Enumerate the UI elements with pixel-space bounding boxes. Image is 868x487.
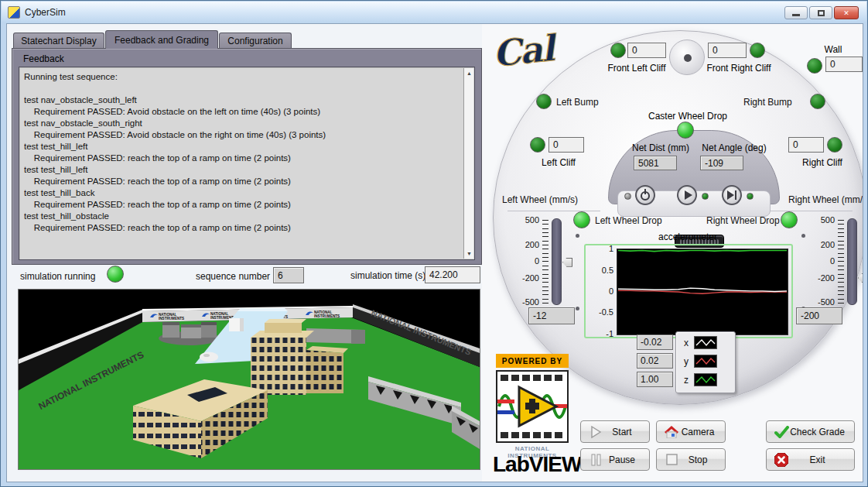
minimize-button[interactable]	[784, 6, 808, 19]
feedback-textbox[interactable]: Running test sequence: test nav_obstacle…	[19, 67, 475, 260]
tick-label: -200	[510, 273, 539, 283]
tab-configuration[interactable]: Configuration	[219, 33, 292, 49]
check-grade-label: Check Grade	[790, 427, 845, 437]
left-slider-track[interactable]	[552, 218, 562, 305]
stop-label: Stop	[680, 454, 716, 465]
tick-label: 500	[510, 215, 539, 225]
legend-y-label: y	[684, 356, 689, 367]
tick-label: 0	[805, 256, 835, 266]
legend-z-label: z	[684, 375, 689, 386]
accelerometer-lines	[617, 249, 788, 334]
stop-icon	[663, 454, 680, 465]
camera-home-icon	[663, 426, 680, 438]
pause-button[interactable]: Pause	[580, 448, 650, 471]
left-wheel-label: Left Wheel (mm/s)	[502, 194, 578, 205]
y-tick: 0.5	[589, 266, 613, 275]
simulation-running-led	[107, 266, 124, 283]
right-wheel-drop-label: Right Wheel Drop	[706, 215, 780, 226]
start-button[interactable]: Start	[580, 420, 650, 443]
minimize-icon	[792, 14, 800, 16]
front-left-cliff-led	[610, 43, 626, 58]
accel-x-value: -0.02	[637, 334, 673, 350]
screw	[576, 307, 579, 310]
front-right-cliff-label: Front Right Cliff	[691, 63, 787, 74]
left-cliff-value: 0	[548, 137, 584, 153]
power-icon-bar	[644, 189, 646, 194]
app-window: CyberSim ✕ Statechart Display Feedback a…	[0, 0, 868, 487]
tick-label: 200	[805, 240, 835, 249]
accelerometer-plot	[617, 249, 788, 335]
start-label: Start	[604, 427, 640, 437]
simulation-3d-view[interactable]: NATIONAL INSTRUMENTS NATIONAL INSTRUMENT…	[18, 289, 480, 470]
close-icon: ✕	[843, 9, 849, 17]
maximize-button[interactable]	[809, 6, 832, 19]
exit-icon	[773, 453, 790, 467]
window-title: CyberSim	[25, 7, 66, 18]
tick-label: 0	[510, 256, 539, 266]
net-dist-label: Net Dist (mm)	[626, 142, 695, 153]
tab-statechart-display[interactable]: Statechart Display	[13, 33, 104, 49]
simulation-time-value: 42.200	[425, 266, 480, 283]
right-slider-track[interactable]	[847, 218, 857, 305]
legend-y-swatch	[694, 355, 717, 368]
advance-icon	[727, 190, 734, 200]
accelerometer-title: accelerometer	[626, 231, 750, 242]
left-bump-label: Left Bump	[556, 97, 599, 108]
play-button[interactable]	[677, 185, 697, 205]
advance-button[interactable]	[722, 185, 742, 205]
tick-label: -500	[510, 297, 539, 307]
right-bump-led	[810, 94, 825, 109]
feedback-scrollbar[interactable]: ▲ ▼	[463, 68, 473, 259]
legend-x-label: x	[684, 338, 689, 348]
left-wheel-drop-led	[573, 211, 590, 228]
robot-panel: Cal 0 Front Left Cliff 0	[482, 24, 863, 482]
left-cliff-label: Left Cliff	[531, 157, 586, 168]
right-wheel-label: Right Wheel (mm/s)	[788, 194, 863, 205]
scroll-down-icon[interactable]: ▼	[464, 249, 474, 259]
screw	[801, 234, 805, 238]
labview-filmstrip-logo	[496, 370, 569, 445]
power-button[interactable]	[635, 185, 655, 205]
tab-label: Feedback and Grading	[114, 35, 209, 46]
accel-y-value: 0.02	[637, 353, 673, 369]
tab-feedback-and-grading[interactable]: Feedback and Grading	[105, 30, 218, 49]
app-icon	[8, 6, 20, 19]
left-bump-led	[536, 94, 552, 109]
pause-label: Pause	[604, 454, 640, 465]
accelerometer-legend: x y z	[675, 331, 736, 393]
camera-label: Camera	[680, 427, 716, 437]
tick-marks	[542, 220, 548, 304]
advance-led	[747, 193, 754, 200]
maximize-icon	[818, 10, 825, 16]
caster-dot	[684, 54, 692, 62]
front-right-cliff-led	[750, 43, 765, 58]
tab-label: Configuration	[227, 36, 282, 46]
net-angle-label: Net Angle (deg)	[695, 142, 773, 153]
pause-icon	[587, 454, 604, 466]
legend-z-swatch	[694, 373, 717, 386]
scroll-up-icon[interactable]: ▲	[464, 68, 474, 78]
right-wheel-drop-led	[781, 211, 798, 228]
3d-scene: NATIONAL INSTRUMENTS NATIONAL INSTRUMENT…	[19, 290, 480, 469]
play-icon	[685, 190, 692, 200]
camera-button[interactable]: Camera	[656, 420, 726, 443]
close-button[interactable]: ✕	[834, 6, 859, 19]
exit-button[interactable]: Exit	[766, 448, 855, 471]
front-right-cliff-value: 0	[708, 43, 747, 58]
cal-logo: Cal	[490, 27, 555, 75]
right-cliff-value: 0	[788, 137, 824, 153]
client-area: Statechart Display Feedback and Grading …	[6, 23, 863, 482]
stop-button[interactable]: Stop	[656, 448, 726, 471]
advance-icon-bar	[735, 190, 736, 200]
tick-label: 200	[510, 240, 539, 249]
y-tick: 0	[589, 286, 613, 296]
left-wheel-value: -12	[528, 307, 575, 324]
accel-z-value: 1.00	[637, 372, 673, 387]
title-bar[interactable]: CyberSim ✕	[2, 2, 866, 23]
feedback-text: Running test sequence: test nav_obstacle…	[24, 71, 460, 256]
body-seam	[507, 211, 600, 211]
right-slider-thumb[interactable]	[858, 273, 863, 283]
wall-value: 0	[825, 57, 863, 72]
feedback-label: Feedback	[23, 53, 64, 64]
check-grade-button[interactable]: Check Grade	[766, 420, 855, 443]
